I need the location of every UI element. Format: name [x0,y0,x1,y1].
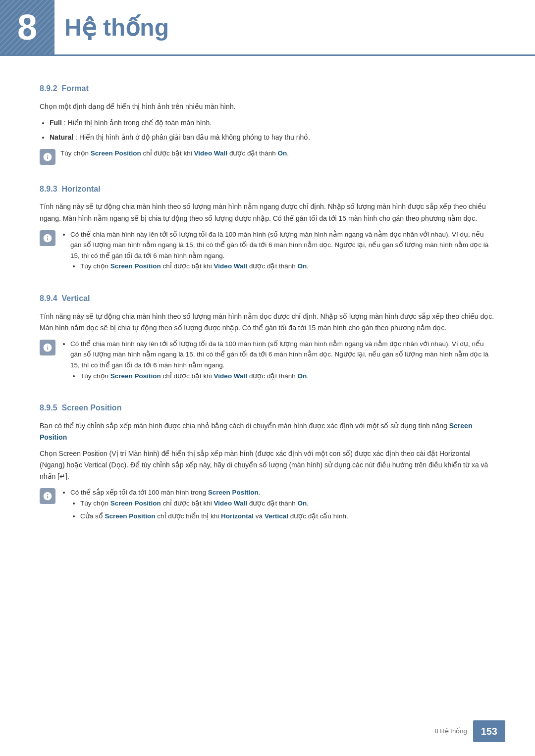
info-icon [43,491,53,501]
section-893-note: Có thể chia màn hình này lên tới số lượn… [40,229,495,274]
section-894-note: Có thể chia màn hình này lên tới số lượn… [40,339,495,384]
list-item: Tùy chọn Screen Position chỉ được bật kh… [80,371,495,382]
section-895: 8.9.5 Screen Position Bạn có thể tùy chỉ… [40,402,495,524]
list-item: Có thể sắp xếp tối đa tới 100 màn hình t… [70,487,495,522]
list-item: Tùy chọn Screen Position chỉ được bật kh… [80,261,495,272]
list-item: Cửa sổ Screen Position chỉ được hiển thị… [80,511,495,522]
info-icon [43,152,53,162]
header-underline [0,54,535,56]
section-892-list: Full : Hiển thị hình ảnh trong chế độ to… [50,117,495,143]
footer-page: 153 [473,720,505,742]
footer-label: 8 Hệ thống [434,726,467,737]
section-895-intro2: Chọn Screen Position (Vị trí Màn hình) đ… [40,448,495,482]
info-icon [43,233,53,243]
list-item: Có thể chia màn hình này lên tới số lượn… [70,339,495,381]
section-892: 8.9.2 Format Chọn một định dạng để hiển … [40,82,495,165]
list-item: Full : Hiển thị hình ảnh trong chế độ to… [50,117,495,129]
main-content: 8.9.2 Format Chọn một định dạng để hiển … [0,0,535,571]
note-icon [40,340,55,355]
list-item: Tùy chọn Screen Position chỉ được bật kh… [80,498,495,509]
section-895-heading: 8.9.5 Screen Position [40,402,495,414]
section-893: 8.9.3 Horizontal Tính năng này sẽ tự độn… [40,183,495,274]
section-894-intro: Tính năng này sẽ tự động chia màn hình t… [40,311,495,334]
note-icon [40,149,55,165]
list-item: Có thể chia màn hình này lên tới số lượn… [70,229,495,272]
chapter-header-box: 8 [0,0,54,54]
section-894-heading: 8.9.4 Vertical [40,292,495,305]
section-892-note: Tùy chọn Screen Position chỉ được bật kh… [40,148,495,165]
footer: 8 Hệ thống 153 [434,720,505,742]
info-icon [43,343,53,353]
section-893-intro: Tính năng này sẽ tự động chia màn hình t… [40,201,495,224]
note-text: Có thể chia màn hình này lên tới số lượn… [60,229,495,274]
note-text: Có thể sắp xếp tối đa tới 100 màn hình t… [60,487,495,524]
chapter-title: Hệ thống [64,9,169,47]
chapter-title-area: Hệ thống [64,9,169,47]
note-text: Tùy chọn Screen Position chỉ được bật kh… [60,148,495,159]
note-icon [40,230,55,246]
note-icon [40,488,55,504]
section-895-intro1: Bạn có thể tùy chỉnh sắp xếp màn hình đư… [40,420,495,443]
section-892-heading: 8.9.2 Format [40,82,495,95]
note-text: Có thể chia màn hình này lên tới số lượn… [60,339,495,384]
list-item: Natural : Hiển thị hình ảnh ở độ phân gi… [50,132,495,143]
section-894: 8.9.4 Vertical Tính năng này sẽ tự động … [40,292,495,384]
section-892-intro: Chọn một định dạng để hiển thị hình ảnh … [40,101,495,112]
section-893-heading: 8.9.3 Horizontal [40,183,495,196]
section-895-note: Có thể sắp xếp tối đa tới 100 màn hình t… [40,487,495,524]
header-decoration [0,0,54,54]
